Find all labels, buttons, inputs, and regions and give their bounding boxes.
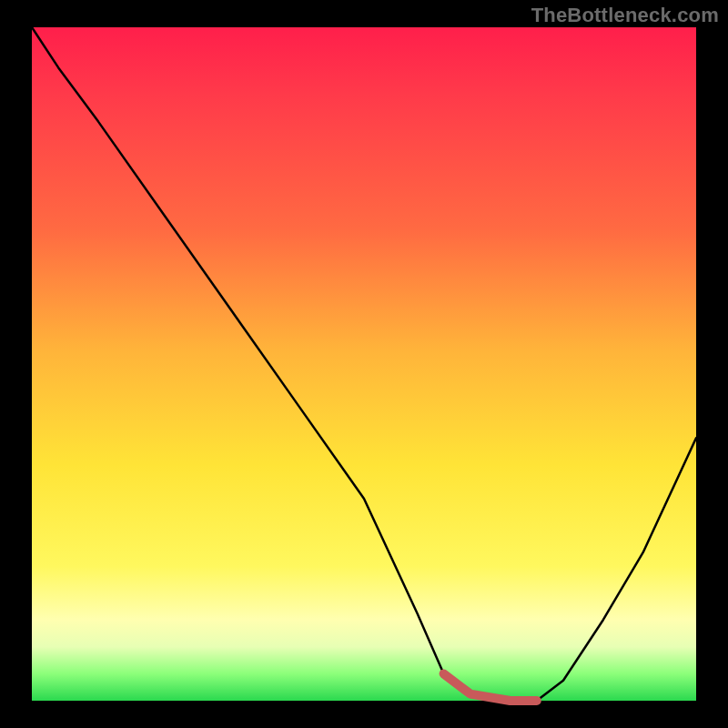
optimum-band	[444, 673, 537, 701]
curve-layer	[32, 27, 696, 701]
attribution-text: TheBottleneck.com	[531, 4, 719, 27]
bottleneck-curve	[32, 27, 696, 701]
plot-area	[32, 27, 696, 701]
chart-frame: TheBottleneck.com	[0, 0, 728, 728]
